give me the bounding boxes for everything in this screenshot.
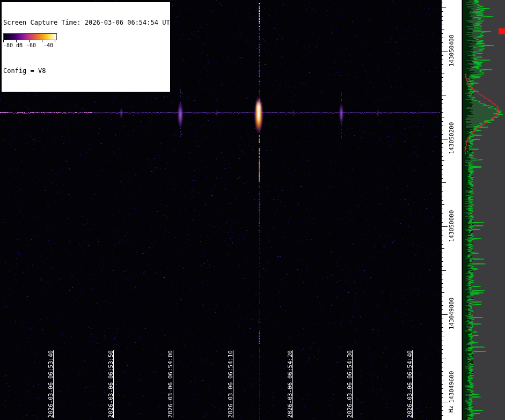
capture-time-text: Screen Capture Time: 2026-03-06 06:54:54… (3, 19, 169, 27)
frequency-axis-label: 143050000 (448, 206, 455, 247)
time-axis-label: 2026-03-06 06:54:20 (287, 349, 294, 419)
time-axis-label: 2026-03-06 06:54:40 (406, 349, 414, 419)
time-axis-label: 2026-03-06 06:54:30 (346, 349, 354, 419)
time-axis-label: 2026-03-06 06:53:40 (47, 349, 55, 419)
color-scale-legend: -80 dB -60 -40 (2, 32, 58, 51)
time-axis-label: 2026-03-06 06:53:50 (107, 349, 115, 419)
colormap-labels: -80 dB -60 -40 (3, 42, 57, 49)
spectrum-graph-panel (462, 0, 505, 420)
time-axis-label: 2026-03-06 06:54:10 (227, 349, 235, 419)
legend-label-minus80: -80 dB (3, 42, 23, 48)
legend-label-minus40: -40 (43, 42, 53, 48)
legend-label-minus60: -60 (26, 42, 36, 48)
spectrum-lab-window: Screen Capture Time: 2026-03-06 06:54:54… (0, 0, 505, 420)
time-axis-label: 2026-03-06 06:54:00 (167, 349, 174, 419)
frequency-unit-label: Hz (448, 401, 455, 417)
frequency-axis-label: 143050400 (448, 31, 455, 71)
colormap-gradient-bar (3, 33, 57, 40)
frequency-axis-label: 143049800 (448, 293, 455, 334)
config-text: Config = V8 (3, 67, 169, 75)
frequency-axis-label: 143050200 (448, 118, 455, 159)
